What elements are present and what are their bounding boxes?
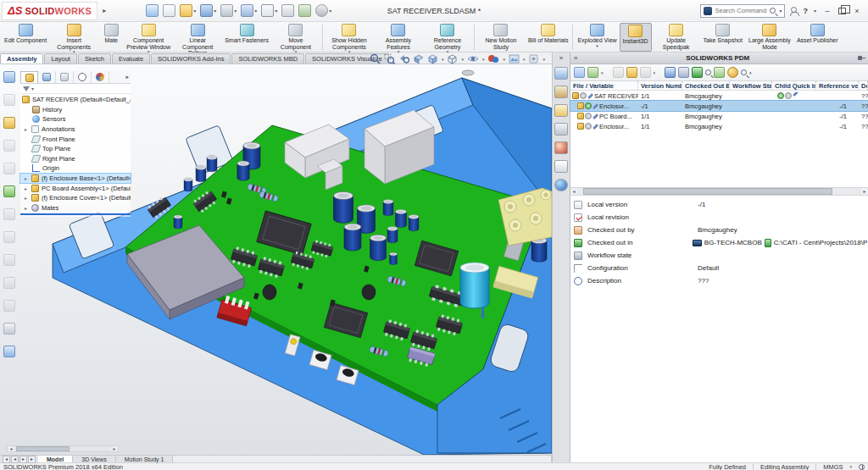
col-file-variable[interactable]: File / Variable bbox=[570, 81, 638, 90]
tree-item-enclosure-cover[interactable]: ▸(f) Enclosure Cover<1> (Default<<De bbox=[20, 193, 131, 203]
col-reference-version[interactable]: Reference vers bbox=[816, 81, 859, 90]
tree-item-right-plane[interactable]: Right Plane bbox=[20, 154, 131, 164]
ribbon-button-insert-components[interactable]: Insert Components▾ bbox=[49, 23, 98, 52]
tab-displaymanager[interactable] bbox=[92, 71, 109, 83]
previous-view-icon[interactable] bbox=[398, 53, 409, 64]
tab-solidworks-mbd[interactable]: SOLIDWORKS MBD bbox=[231, 53, 304, 64]
copy-tree-icon[interactable] bbox=[574, 67, 585, 78]
tab-layout[interactable]: Layout bbox=[44, 53, 77, 64]
ribbon-button-new-motion-study[interactable]: New Motion Study bbox=[476, 23, 526, 52]
tab-sketch[interactable]: Sketch bbox=[78, 53, 111, 64]
pdm-tool-icon[interactable] bbox=[3, 208, 15, 220]
tab-motion-study-1[interactable]: Motion Study 1 bbox=[116, 456, 174, 462]
check-in-icon[interactable] bbox=[626, 67, 637, 78]
ribbon-button-bill-of-materials[interactable]: Bill of Materials bbox=[526, 23, 570, 52]
file-explorer-icon[interactable] bbox=[554, 104, 568, 117]
tab-featuremanager[interactable] bbox=[20, 71, 38, 83]
appearances-scenes-icon[interactable] bbox=[554, 141, 568, 154]
pdm-tool-icon[interactable] bbox=[3, 163, 15, 174]
ribbon-button-large-assembly-mode[interactable]: Large Assembly Mode bbox=[745, 23, 794, 52]
tab-propertymanager[interactable] bbox=[38, 71, 56, 83]
view-settings-icon[interactable] bbox=[528, 53, 539, 64]
tree-pane-arrow[interactable]: ▸ bbox=[125, 74, 131, 80]
ribbon-button-instant3d[interactable]: Instant3D bbox=[620, 23, 652, 52]
graphics-viewport[interactable]: ▸ ▾ SAT RECEIVER (Default<Default_All>) … bbox=[0, 64, 552, 455]
custom-properties-icon[interactable] bbox=[554, 160, 568, 173]
file-details-icon[interactable] bbox=[665, 67, 676, 78]
col-checked-out-by[interactable]: Checked Out By bbox=[682, 81, 730, 90]
tab-model[interactable]: Model bbox=[38, 456, 73, 462]
check-out-icon[interactable] bbox=[613, 67, 624, 78]
get-version-icon[interactable] bbox=[587, 67, 598, 78]
tree-root[interactable]: SAT RECEIVER (Default<Default_All>) bbox=[20, 95, 131, 105]
window-panes-button[interactable] bbox=[298, 3, 312, 18]
logo-flyout-icon[interactable]: ▸ bbox=[97, 7, 111, 14]
tree-item-history[interactable]: History bbox=[20, 105, 131, 115]
pdm-tool-icon[interactable] bbox=[3, 94, 15, 106]
pdm-tool-icon[interactable] bbox=[3, 300, 15, 312]
login-icon[interactable] bbox=[790, 7, 798, 14]
pdm-tool-icon[interactable] bbox=[3, 231, 15, 243]
pdm-row-sat-receiver[interactable]: SAT RECEIVER 1/1 Bmcgaughey ?? bbox=[570, 91, 868, 101]
pdm-horizontal-scrollbar[interactable]: ◄ ► bbox=[570, 187, 868, 196]
edit-appearance-icon[interactable] bbox=[487, 53, 499, 64]
ribbon-button-exploded-view[interactable]: Exploded View▾ bbox=[575, 23, 619, 52]
scroll-right-icon[interactable]: ► bbox=[111, 446, 118, 451]
scroll-left-icon[interactable]: ◄ bbox=[8, 446, 14, 451]
tree-item-top-plane[interactable]: Top Plane bbox=[20, 144, 131, 154]
print-button[interactable]: ▾ bbox=[220, 3, 237, 18]
last-tab-icon[interactable]: ► bbox=[28, 456, 36, 463]
pdm-cancel-icon[interactable] bbox=[3, 185, 15, 197]
next-tab-icon[interactable]: ► bbox=[19, 456, 27, 463]
new-document-button[interactable] bbox=[162, 3, 176, 18]
pdm-search-icon[interactable] bbox=[741, 69, 747, 75]
workflow-transition-icon[interactable] bbox=[640, 67, 651, 78]
undo-button[interactable]: ▾ bbox=[240, 3, 258, 18]
pdm-checkin-icon[interactable] bbox=[3, 117, 15, 129]
web-view-icon[interactable] bbox=[727, 67, 738, 78]
design-library-icon[interactable] bbox=[554, 86, 568, 98]
apply-scene-icon[interactable] bbox=[509, 53, 520, 64]
search-scope-icon[interactable] bbox=[704, 7, 712, 15]
first-tab-icon[interactable]: ◄ bbox=[3, 456, 10, 463]
rebuild-button[interactable] bbox=[281, 3, 295, 18]
scrollbar-thumb[interactable] bbox=[583, 188, 833, 195]
col-child-quick-info[interactable]: Child Quick Info bbox=[772, 81, 816, 90]
tab-configurationmanager[interactable] bbox=[56, 71, 74, 83]
scroll-left-icon[interactable]: ◄ bbox=[570, 189, 577, 194]
tree-item-annotations[interactable]: ▸Annotations bbox=[20, 124, 131, 135]
tree-item-front-plane[interactable]: Front Plane bbox=[20, 134, 131, 144]
large-cyan-capacitor[interactable] bbox=[460, 263, 489, 308]
pdm-row-enclosure-base[interactable]: Enclosur... -/1 Bmcgaughey -/1 ?? bbox=[570, 101, 868, 111]
tree-filter[interactable]: ▾ bbox=[20, 84, 131, 94]
tab-3d-views[interactable]: 3D Views bbox=[73, 456, 115, 462]
rollback-bar[interactable] bbox=[20, 213, 131, 215]
prev-tab-icon[interactable]: ◄ bbox=[11, 456, 19, 463]
ribbon-button-mate[interactable]: Mate bbox=[98, 23, 124, 52]
solidworks-resources-icon[interactable] bbox=[554, 67, 568, 80]
tree-horizontal-scrollbar[interactable]: ◄ ► bbox=[7, 445, 119, 452]
pdm-tool-icon[interactable] bbox=[3, 254, 15, 266]
hide-show-items-icon[interactable] bbox=[467, 53, 479, 64]
zoom-area-icon[interactable] bbox=[384, 53, 395, 64]
preview-icon[interactable] bbox=[705, 69, 711, 75]
pin-icon[interactable] bbox=[858, 55, 865, 62]
scrollbar-thumb[interactable] bbox=[16, 446, 70, 451]
zoom-fit-icon[interactable] bbox=[370, 53, 381, 64]
display-style-icon[interactable] bbox=[447, 53, 458, 64]
ribbon-button-asset-publisher[interactable]: Asset Publisher bbox=[794, 23, 841, 52]
pdm-calc-icon[interactable] bbox=[3, 323, 15, 335]
select-button[interactable]: ▾ bbox=[260, 3, 278, 18]
tree-item-origin[interactable]: Origin bbox=[20, 163, 131, 174]
scroll-right-icon[interactable]: ► bbox=[861, 189, 868, 194]
tab-assembly[interactable]: Assembly bbox=[0, 53, 43, 64]
refresh-icon[interactable] bbox=[714, 67, 725, 78]
search-icon[interactable] bbox=[770, 8, 776, 14]
units-selector[interactable]: MMGS bbox=[823, 463, 843, 470]
tree-item-sensors[interactable]: Sensors bbox=[20, 114, 131, 124]
search-commands-box[interactable]: ▾ bbox=[700, 4, 785, 18]
home-button[interactable] bbox=[145, 3, 159, 18]
vault-view-icon[interactable] bbox=[692, 67, 703, 78]
search-input[interactable] bbox=[715, 7, 767, 14]
options-button[interactable]: ▾ bbox=[314, 3, 332, 18]
